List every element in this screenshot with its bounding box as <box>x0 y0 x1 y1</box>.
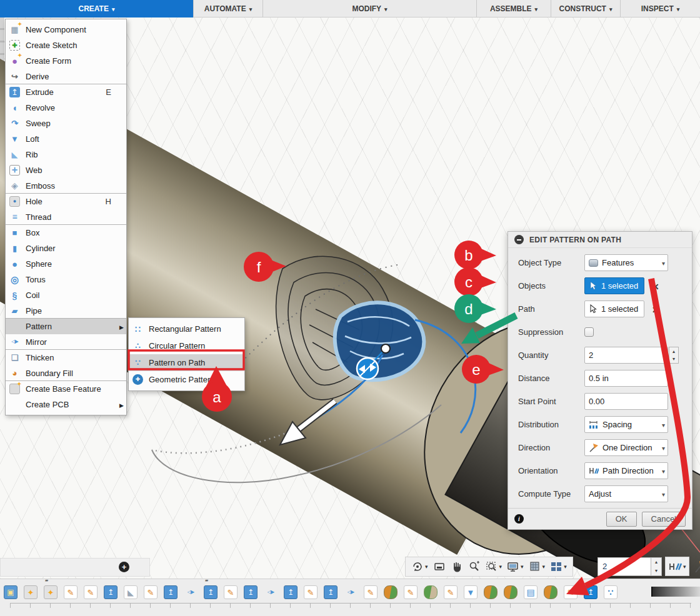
grid-display-icon[interactable] <box>526 557 548 576</box>
timeline-canvas[interactable] <box>4 585 18 599</box>
menu-item-sweep[interactable]: Sweep <box>6 116 126 131</box>
menu-item-create-base-feature[interactable]: Create Base Feature <box>6 381 126 397</box>
timeline-extrude[interactable] <box>584 585 598 599</box>
timeline-base-feature[interactable] <box>44 585 58 599</box>
timeline-form[interactable] <box>424 585 438 599</box>
submenu-item-pattern-on-path[interactable]: Pattern on Path <box>129 354 244 371</box>
start-point-input[interactable] <box>584 393 668 410</box>
menu-item-boundary-fill[interactable]: Boundary Fill <box>6 365 126 381</box>
menu-item-cylinder[interactable]: Cylinder <box>6 241 126 256</box>
compute-type-select[interactable]: Adjust <box>584 485 668 502</box>
distribution-select[interactable]: Spacing <box>584 416 668 433</box>
menu-item-create-sketch[interactable]: Create Sketch <box>6 37 126 53</box>
menu-item-thread[interactable]: Thread <box>6 209 126 225</box>
timeline-base-feature[interactable] <box>24 585 38 599</box>
direction-select[interactable]: One Direction <box>584 439 668 456</box>
menu-item-thicken[interactable]: Thicken <box>6 350 126 365</box>
timeline-extrude[interactable] <box>204 585 218 599</box>
menu-item-emboss[interactable]: Emboss <box>6 178 126 194</box>
timeline-extrude[interactable] <box>244 585 258 599</box>
toolbar-tab-construct[interactable]: CONSTRUCT <box>551 0 621 17</box>
menu-item-box[interactable]: Box <box>6 225 126 241</box>
distribution-label: Distribution <box>518 420 584 429</box>
menu-item-rib[interactable]: Rib <box>6 147 126 162</box>
dialog-collapse-icon[interactable] <box>514 235 524 244</box>
timeline-mirror[interactable] <box>184 585 198 599</box>
orientation-select[interactable]: Path Direction <box>584 462 668 479</box>
display-settings-icon[interactable] <box>504 557 526 576</box>
timeline-revolve[interactable] <box>504 585 518 599</box>
timeline-pattern-on-path[interactable] <box>604 585 618 599</box>
quantity-stepper[interactable] <box>669 347 679 364</box>
clear-objects-button[interactable] <box>652 281 662 291</box>
timeline-mirror[interactable] <box>344 585 358 599</box>
timeline-end-marker[interactable] <box>651 587 700 597</box>
timeline-sketch[interactable] <box>404 585 418 599</box>
toolbar-tab-modify[interactable]: MODIFY <box>263 0 477 17</box>
timeline-extrude[interactable] <box>284 585 298 599</box>
timeline-extrude[interactable] <box>104 585 118 599</box>
path-select-button[interactable]: 1 selected <box>584 301 644 317</box>
timeline-sketch[interactable] <box>224 585 238 599</box>
selected-feature[interactable] <box>335 302 424 380</box>
menu-item-web[interactable]: Web <box>6 162 126 178</box>
viewports-icon[interactable] <box>548 557 569 576</box>
menu-item-new-component[interactable]: New Component <box>6 22 126 37</box>
suppression-checkbox[interactable] <box>584 327 594 337</box>
window-zoom-icon[interactable] <box>483 557 505 576</box>
cancel-button[interactable]: Cancel <box>642 512 686 527</box>
quantity-input[interactable] <box>584 347 668 364</box>
timeline-revolve[interactable] <box>484 585 498 599</box>
object-type-select[interactable]: Features <box>584 254 668 271</box>
quantity-overlay-stepper[interactable] <box>651 557 662 576</box>
timeline-split[interactable] <box>524 585 538 599</box>
pan-icon[interactable] <box>448 557 466 576</box>
one-direction-overlay-button[interactable] <box>695 559 700 576</box>
add-marker-button[interactable] <box>119 562 129 572</box>
timeline-sketch[interactable] <box>564 585 578 599</box>
timeline-extrude[interactable] <box>324 585 338 599</box>
ok-button[interactable]: OK <box>606 512 637 527</box>
menu-item-pipe[interactable]: Pipe <box>6 303 126 319</box>
timeline-mirror[interactable] <box>264 585 278 599</box>
orbit-icon[interactable] <box>409 557 431 576</box>
orientation-overlay-dropdown[interactable] <box>665 557 689 576</box>
submenu-item-circular-pattern[interactable]: Circular Pattern <box>129 337 244 354</box>
timeline-sketch[interactable] <box>304 585 318 599</box>
timeline-sketch[interactable] <box>364 585 378 599</box>
toolbar-tab-create[interactable]: CREATE <box>0 0 194 17</box>
menu-item-loft[interactable]: Loft <box>6 131 126 147</box>
quantity-overlay-input[interactable] <box>598 557 651 576</box>
menu-item-torus[interactable]: Torus <box>6 272 126 287</box>
menu-item-mirror[interactable]: Mirror <box>6 334 126 350</box>
zoom-icon[interactable] <box>466 557 483 576</box>
timeline-chamfer[interactable] <box>124 585 138 599</box>
timeline-sketch[interactable] <box>444 585 458 599</box>
objects-select-button[interactable]: 1 selected <box>584 277 644 294</box>
toolbar-tab-assemble[interactable]: ASSEMBLE <box>477 0 551 17</box>
timeline-revolve[interactable] <box>384 585 398 599</box>
submenu-item-rectangular-pattern[interactable]: Rectangular Pattern <box>129 320 244 337</box>
menu-item-pattern[interactable]: Pattern <box>6 319 126 334</box>
menu-item-revolve[interactable]: Revolve <box>6 100 126 116</box>
toolbar-tab-automate[interactable]: AUTOMATE <box>194 0 263 17</box>
distance-input[interactable] <box>584 370 668 387</box>
timeline-revolve[interactable] <box>544 585 558 599</box>
menu-item-create-form[interactable]: Create Form <box>6 53 126 69</box>
menu-item-derive[interactable]: Derive <box>6 69 126 84</box>
timeline-extrude[interactable] <box>164 585 178 599</box>
toolbar-tab-inspect[interactable]: INSPECT <box>621 0 700 17</box>
submenu-item-geometric-pattern[interactable]: Geometric Pattern <box>129 371 244 388</box>
menu-item-sphere[interactable]: Sphere <box>6 256 126 272</box>
timeline-sketch[interactable] <box>144 585 158 599</box>
timeline-sketch[interactable] <box>64 585 78 599</box>
menu-item-coil[interactable]: Coil <box>6 287 126 303</box>
menu-item-hole[interactable]: Hole H <box>6 194 126 209</box>
look-at-icon[interactable] <box>431 557 448 576</box>
timeline-sketch[interactable] <box>84 585 98 599</box>
info-icon[interactable]: i <box>514 514 524 524</box>
menu-item-extrude[interactable]: Extrude E <box>6 84 126 100</box>
timeline-loft[interactable] <box>464 585 478 599</box>
clear-path-button[interactable] <box>652 304 662 314</box>
menu-item-create-pcb[interactable]: Create PCB <box>6 397 126 412</box>
